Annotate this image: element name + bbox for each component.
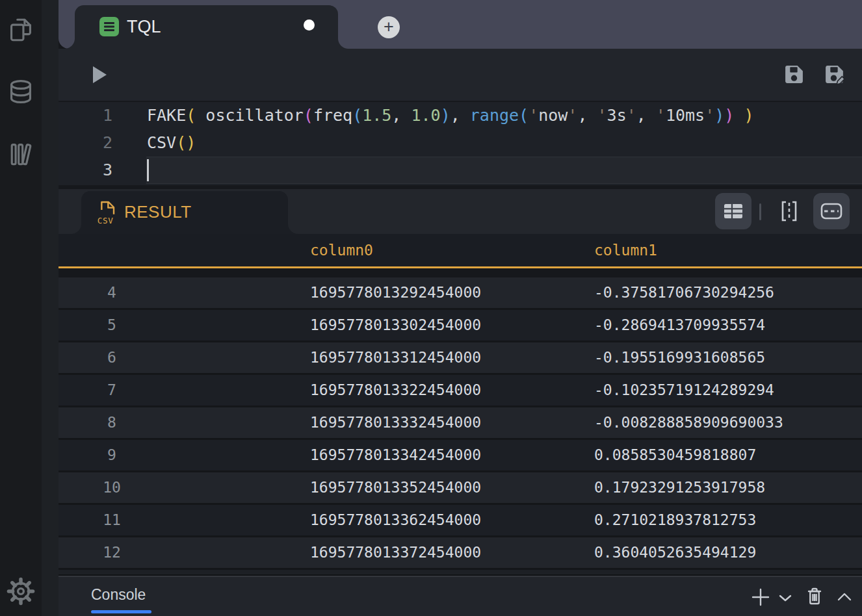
column0-cell: 1695778013312454000 (310, 342, 481, 373)
column0-cell: 1695778013302454000 (310, 310, 481, 340)
column1-cell: 0.0858530459818807 (594, 440, 756, 470)
main-area: TQL + 1FAKE( oscillator(freq(1.5 (59, 0, 862, 616)
result-table-body: 41695778013292454000-0.37581706730294256… (59, 277, 862, 570)
partial-next-row (59, 570, 862, 574)
toolbar-separator (759, 203, 761, 220)
text-cursor (147, 159, 149, 181)
trash-icon[interactable] (805, 586, 824, 607)
library-icon[interactable] (0, 140, 42, 168)
row-number-cell: 12 (59, 537, 165, 568)
editor-line-2[interactable]: 2CSV() (59, 129, 862, 157)
column1-cell: -0.10235719124289294 (594, 375, 774, 405)
code-text: CSV() (147, 129, 196, 157)
activity-bar (0, 0, 42, 616)
line-number: 1 (59, 102, 112, 129)
column0-header[interactable]: column0 (310, 234, 373, 266)
unsaved-indicator-dot (304, 19, 315, 31)
table-view-button[interactable] (715, 193, 751, 229)
code-editor[interactable]: 1FAKE( oscillator(freq(1.5, 1.0), range(… (59, 102, 862, 185)
tab-title: TQL (127, 5, 161, 48)
svg-text:CSV: CSV (98, 216, 114, 225)
column0-cell: 1695778013332454000 (310, 407, 481, 438)
table-row[interactable]: 1116957780133624540000.2710218937812753 (59, 505, 862, 537)
row-number-cell: 8 (59, 407, 165, 438)
run-query-icon[interactable] (93, 66, 107, 83)
editor-line-1[interactable]: 1FAKE( oscillator(freq(1.5, 1.0), range(… (59, 102, 862, 129)
settings-gear-icon[interactable] (0, 577, 42, 606)
editor-tab-strip: TQL + (59, 0, 862, 49)
csv-file-icon: CSV (96, 199, 119, 228)
table-row[interactable]: 71695778013322454000-0.10235719124289294 (59, 375, 862, 407)
column0-cell: 1695778013342454000 (310, 440, 481, 470)
row-number-cell: 7 (59, 375, 165, 405)
column1-cell: -0.008288858909690033 (594, 407, 783, 438)
chevron-down-icon[interactable] (779, 594, 792, 602)
row-number-cell: 10 (59, 472, 165, 503)
table-row[interactable]: 51695778013302454000-0.2869413709935574 (59, 310, 862, 342)
row-number-cell: 11 (59, 505, 165, 535)
result-panel-header: CSV RESULT (59, 189, 862, 234)
new-console-icon[interactable] (750, 587, 771, 608)
tab-tql[interactable]: TQL (75, 5, 338, 49)
tql-document-icon (99, 17, 119, 36)
editor-line-3[interactable]: 3 (59, 157, 862, 184)
current-line-highlight (146, 157, 862, 184)
column1-cell: -0.2869413709935574 (594, 310, 765, 340)
table-row[interactable]: 916957780133424540000.0858530459818807 (59, 440, 862, 472)
row-number-cell: 5 (59, 310, 165, 340)
result-table-header: column0 column1 (59, 234, 862, 268)
code-text: FAKE( oscillator(freq(1.5, 1.0), range('… (147, 102, 753, 129)
chevron-up-icon[interactable] (837, 593, 852, 601)
row-number-cell: 4 (59, 277, 165, 308)
split-horizontal-button[interactable] (813, 193, 850, 229)
table-row[interactable]: 1016957780133524540000.17923291253917958 (59, 472, 862, 505)
files-icon[interactable] (0, 16, 42, 44)
row-number-cell: 9 (59, 440, 165, 470)
save-as-icon[interactable] (824, 64, 846, 88)
split-vertical-button[interactable] (771, 193, 807, 229)
console-tab[interactable]: Console (91, 586, 146, 604)
editor-toolbar (59, 49, 862, 102)
header-gap (59, 268, 862, 277)
column0-cell: 1695778013372454000 (310, 537, 481, 568)
column0-cell: 1695778013322454000 (310, 375, 481, 405)
database-icon[interactable] (0, 78, 42, 105)
column1-cell: 0.2710218937812753 (594, 505, 756, 535)
console-bar: Console (59, 576, 862, 616)
column0-cell: 1695778013352454000 (310, 472, 481, 503)
column1-header[interactable]: column1 (594, 234, 657, 266)
table-row[interactable]: 61695778013312454000-0.1955169931608565 (59, 342, 862, 375)
line-number: 3 (59, 157, 112, 184)
column1-cell: 0.17923291253917958 (594, 472, 765, 503)
save-icon[interactable] (783, 64, 805, 88)
column0-cell: 1695778013292454000 (310, 277, 481, 308)
new-tab-button[interactable]: + (378, 16, 400, 38)
plus-icon: + (384, 18, 394, 36)
table-row[interactable]: 81695778013332454000-0.00828885890969003… (59, 407, 862, 440)
table-row[interactable]: 41695778013292454000-0.37581706730294256 (59, 277, 862, 310)
line-number: 2 (59, 129, 112, 157)
row-number-cell: 6 (59, 342, 165, 373)
result-tab-title: RESULT (124, 191, 192, 233)
tab-result[interactable]: CSV RESULT (81, 191, 288, 234)
column1-cell: -0.1955169931608565 (594, 342, 765, 373)
console-active-indicator (91, 610, 151, 613)
table-row[interactable]: 1216957780133724540000.3604052635494129 (59, 537, 862, 570)
sidebar-gutter (42, 0, 59, 616)
column0-cell: 1695778013362454000 (310, 505, 481, 535)
column1-cell: 0.3604052635494129 (594, 537, 756, 568)
column1-cell: -0.37581706730294256 (594, 277, 774, 308)
